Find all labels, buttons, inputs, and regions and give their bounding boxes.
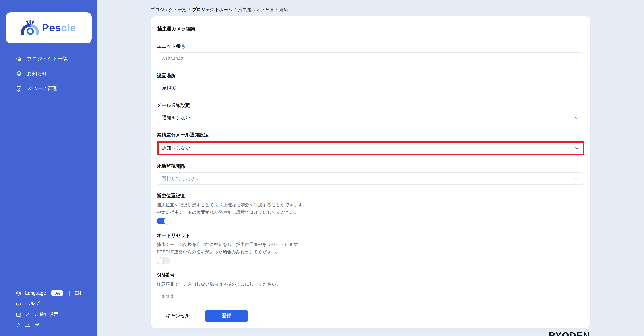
alive-monitoring-label: 死活監視間隔 — [157, 163, 584, 169]
breadcrumb-trap-camera-management[interactable]: 捕虫器カメラ管理 — [238, 7, 273, 13]
bell-icon — [16, 70, 22, 77]
sidebar-bottom: Language JA | EN ヘルプ — [0, 288, 97, 336]
page-title: 捕虫器カメラ編集 — [158, 25, 584, 32]
sim-number-desc: 任意項目です。入力しない場合は空欄のままにしてください。 — [157, 281, 584, 287]
mail-notification-select[interactable]: 通知をしない — [157, 112, 584, 124]
sidebar-item-label: お知らせ — [27, 70, 47, 77]
alive-monitoring-select[interactable]: 選択してください — [157, 172, 584, 185]
sidebar-spacer — [0, 96, 97, 288]
field-location: 設置場所 — [157, 72, 584, 94]
sidebar-item-label: スペース管理 — [27, 85, 57, 92]
field-mail-notification: メール通知設定 通知をしない — [157, 102, 584, 124]
help-icon — [16, 301, 22, 307]
breadcrumb-project-list[interactable]: プロジェクト一覧 — [151, 7, 186, 13]
chevron-down-icon — [574, 115, 580, 120]
language-label: Language — [25, 290, 46, 296]
breadcrumb-edit[interactable]: 編集 — [279, 7, 288, 13]
field-position-memory: 捕虫位置記憶 捕虫位置を記憶し残すことでより正確な増加数を計測することができます… — [157, 192, 584, 224]
sidebar-item-label: プロジェクト一覧 — [27, 56, 68, 62]
location-label: 設置場所 — [157, 72, 584, 79]
mail-notification-label: メール通知設定 — [157, 102, 584, 108]
sidebar-item-label: ユーザー — [25, 322, 44, 328]
trap-camera-edit-card: 捕虫器カメラ編集 ユニット番号 設置場所 メール通知設定 通知をしない — [151, 17, 590, 328]
cumulative-mail-notification-select[interactable]: 通知をしない — [157, 141, 584, 155]
auto-reset-label: オートリセット — [157, 232, 584, 239]
chevron-down-icon — [574, 176, 580, 181]
auto-reset-toggle[interactable] — [157, 257, 170, 264]
toggle-knob — [164, 218, 170, 224]
unit-number-input[interactable] — [157, 52, 584, 65]
unit-number-label: ユニット番号 — [157, 43, 584, 49]
auto-reset-desc-1: 捕虫シートの交換を自動的に検知をし、捕虫位置情報をリセットします。 — [157, 242, 584, 247]
globe-icon — [16, 290, 22, 296]
cancel-button[interactable]: キャンセル — [157, 310, 199, 322]
ryoden-logo: RYODEN — [549, 332, 590, 336]
sidebar-item-label: メール通知設定 — [25, 311, 58, 317]
breadcrumb: プロジェクト一覧 / プロジェクトホーム / 捕虫器カメラ管理 / 編集 — [151, 7, 590, 13]
toggle-knob — [157, 257, 164, 264]
language-switcher: Language JA | EN — [0, 288, 97, 298]
sim-number-label: SIM番号 — [157, 271, 584, 278]
pescle-logo[interactable]: Pescle — [6, 13, 92, 43]
gear-icon — [16, 85, 22, 92]
cumulative-mail-notification-value: 通知をしない — [162, 145, 190, 151]
sidebar: Pescle プロジェクト一覧 — [0, 0, 97, 336]
field-unit-number: ユニット番号 — [157, 43, 584, 65]
language-separator: | — [69, 290, 70, 296]
sidebar-item-project-list[interactable]: プロジェクト一覧 — [0, 51, 97, 66]
field-auto-reset: オートリセット 捕虫シートの交換を自動的に検知をし、捕虫位置情報をリセットします… — [157, 232, 584, 264]
sidebar-item-mail-settings[interactable]: メール通知設定 — [0, 309, 97, 320]
auto-reset-desc-2: PESCLE運営からの指示があった場合のみ変更してください。 — [157, 249, 584, 255]
submit-button[interactable]: 登録 — [205, 310, 248, 322]
field-cumulative-mail-notification: 累積差分メール通知設定 通知をしない — [157, 131, 584, 155]
breadcrumb-separator: / — [234, 7, 236, 12]
pescle-eye-icon — [21, 20, 39, 36]
pescle-wordmark: Pescle — [42, 22, 76, 34]
position-memory-desc-2: 頻繁に捕虫シートの位置ずれが発生する環境ではオフにしてください。 — [157, 209, 584, 215]
position-memory-toggle[interactable] — [157, 218, 170, 224]
breadcrumb-separator: / — [189, 7, 190, 12]
mail-notification-value: 通知をしない — [162, 115, 190, 121]
mail-icon — [16, 312, 22, 317]
cumulative-mail-notification-label: 累積差分メール通知設定 — [157, 131, 584, 138]
sidebar-item-help[interactable]: ヘルプ — [0, 298, 97, 309]
location-input[interactable] — [157, 82, 584, 94]
main-content: プロジェクト一覧 / プロジェクトホーム / 捕虫器カメラ管理 / 編集 捕虫器… — [97, 0, 644, 336]
sidebar-item-label: ヘルプ — [25, 301, 40, 307]
position-memory-label: 捕虫位置記憶 — [157, 192, 584, 199]
page-footer: RYODEN オープンソースソフトウェアライセンス v26.01-13dde6b… — [151, 332, 590, 336]
breadcrumb-separator: / — [276, 7, 277, 12]
form-actions: キャンセル 登録 — [157, 310, 584, 322]
field-alive-monitoring: 死活監視間隔 選択してください — [157, 163, 584, 185]
breadcrumb-project-home[interactable]: プロジェクトホーム — [192, 7, 232, 13]
sidebar-item-user[interactable]: ユーザー — [0, 320, 97, 331]
sim-number-input[interactable] — [157, 290, 584, 302]
chevron-down-icon — [574, 145, 580, 151]
app-root: Pescle プロジェクト一覧 — [0, 0, 644, 336]
sidebar-nav: プロジェクト一覧 お知らせ スペース管理 — [0, 51, 97, 96]
home-icon — [16, 56, 22, 62]
field-sim-number: SIM番号 任意項目です。入力しない場合は空欄のままにしてください。 — [157, 271, 584, 302]
language-en-button[interactable]: EN — [75, 290, 81, 296]
sidebar-item-space-management[interactable]: スペース管理 — [0, 81, 97, 96]
sidebar-item-news[interactable]: お知らせ — [0, 66, 97, 81]
alive-monitoring-placeholder: 選択してください — [162, 176, 200, 182]
language-ja-button[interactable]: JA — [51, 290, 64, 296]
user-icon — [16, 322, 22, 328]
position-memory-desc-1: 捕虫位置を記憶し残すことでより正確な増加数を計測することができます。 — [157, 202, 584, 208]
